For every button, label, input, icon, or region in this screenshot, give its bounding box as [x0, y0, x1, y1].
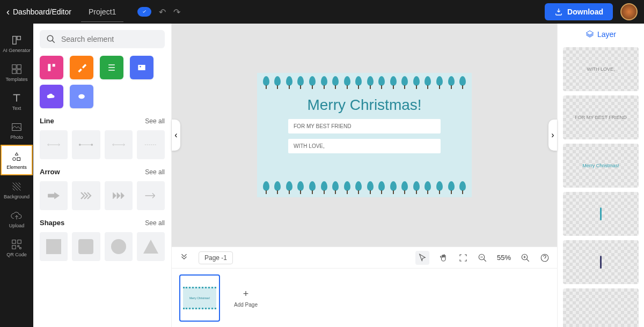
palette-item[interactable]	[40, 85, 63, 108]
svg-rect-10	[18, 240, 21, 243]
layer-item[interactable]: FOR MY BEST FRIEND	[563, 95, 639, 139]
line-thumb[interactable]	[40, 130, 68, 159]
svg-rect-2	[12, 65, 16, 69]
left-nav: AI Generator Templates Text Photo Elemen…	[0, 24, 33, 327]
page-label[interactable]: Page -1	[199, 251, 233, 264]
blob-icon	[76, 91, 87, 102]
shape-triangle[interactable]	[137, 232, 165, 261]
nav-label: Photo	[10, 135, 23, 140]
panel-collapse-left[interactable]: ‹	[172, 120, 180, 151]
palette-item[interactable]	[70, 56, 93, 79]
breadcrumb-dashboard[interactable]: Dashboard	[13, 8, 50, 16]
see-all-arrow[interactable]: See all	[145, 168, 165, 176]
user-avatar[interactable]	[620, 3, 638, 20]
zoom-level[interactable]: 55%	[497, 254, 511, 262]
line-thumb[interactable]	[105, 130, 133, 159]
nav-label: Templates	[5, 77, 27, 83]
line-thumb[interactable]	[137, 130, 165, 159]
redo-icon[interactable]: ↷	[173, 7, 180, 17]
nav-photo[interactable]: Photo	[0, 116, 33, 145]
layer-item[interactable]: Merry Christmas!	[563, 144, 639, 188]
add-page-label: Add Page	[234, 302, 258, 308]
section-title-shapes: Shapes	[40, 219, 64, 227]
cloud-icon	[46, 91, 57, 102]
background-icon	[11, 181, 23, 192]
layer-tab[interactable]: Layer	[558, 24, 644, 45]
canvas-card[interactable]: Merry Christmas! FOR MY BEST FRIEND WITH…	[257, 73, 472, 197]
nav-label: Background	[4, 195, 30, 200]
layer-item[interactable]	[563, 240, 639, 284]
tree-border-top	[257, 74, 472, 91]
nav-qrcode[interactable]: QR Code	[0, 233, 33, 262]
nav-background[interactable]: Background	[0, 175, 33, 204]
shape-square[interactable]	[40, 232, 68, 261]
brush-icon	[76, 62, 87, 73]
card-field-1[interactable]: FOR MY BEST FRIEND	[288, 119, 441, 133]
templates-icon	[11, 63, 23, 75]
download-button[interactable]: Download	[545, 3, 613, 20]
palette-item[interactable]	[70, 85, 93, 108]
sync-status-icon[interactable]	[137, 7, 151, 17]
hand-tool[interactable]	[439, 253, 449, 263]
layer-item[interactable]	[563, 192, 639, 236]
undo-icon[interactable]: ↶	[159, 7, 166, 17]
add-page-button[interactable]: + Add Page	[225, 274, 266, 322]
svg-rect-9	[12, 240, 16, 243]
canvas-toolbar: Page -1 55%	[172, 247, 557, 268]
see-all-line[interactable]: See all	[145, 117, 165, 125]
svg-point-7	[13, 157, 16, 160]
line-thumb[interactable]	[72, 130, 100, 159]
card-title[interactable]: Merry Christmas!	[257, 96, 472, 114]
nav-upload[interactable]: Upload	[0, 204, 33, 233]
nav-elements[interactable]: Elements	[1, 145, 33, 176]
ai-icon	[11, 34, 23, 46]
arrow-thumb[interactable]	[105, 181, 133, 210]
grid-icon	[46, 62, 57, 73]
project-name-input[interactable]: Project1	[81, 6, 123, 22]
nav-ai-generator[interactable]: AI Generator	[0, 29, 33, 58]
image-icon	[136, 62, 147, 73]
shape-rounded-square[interactable]	[72, 232, 100, 261]
card-field-2[interactable]: WITH LOVE,	[288, 139, 441, 153]
shape-circle[interactable]	[105, 232, 133, 261]
svg-rect-11	[12, 246, 16, 249]
layers-panel: Layer WITH LOVE,FOR MY BEST FRIENDMerry …	[557, 24, 644, 327]
fullscreen-icon[interactable]	[458, 253, 468, 263]
upload-icon	[11, 210, 23, 221]
canvas-area: ‹ › Merry Christmas! FOR MY BEST FRIEND …	[172, 24, 557, 327]
palette-item[interactable]	[100, 56, 123, 79]
back-icon[interactable]: ‹	[6, 6, 10, 18]
search-input[interactable]	[61, 35, 158, 43]
plus-icon: +	[243, 288, 249, 300]
pt-title: Merry Christmas!	[189, 296, 210, 300]
nav-text[interactable]: Text	[0, 87, 33, 116]
nav-templates[interactable]: Templates	[0, 58, 33, 87]
photo-icon	[11, 121, 23, 133]
section-title-line: Line	[40, 117, 54, 125]
svg-rect-14	[53, 64, 55, 66]
zoom-in-icon[interactable]	[521, 253, 530, 263]
palette-item[interactable]	[40, 56, 63, 79]
canvas-viewport[interactable]: ‹ › Merry Christmas! FOR MY BEST FRIEND …	[172, 24, 557, 247]
arrow-thumb[interactable]	[72, 181, 100, 210]
help-icon[interactable]	[540, 253, 550, 263]
search-box[interactable]	[40, 30, 165, 48]
svg-rect-1	[17, 36, 20, 40]
svg-rect-8	[17, 157, 20, 160]
zoom-out-icon[interactable]	[478, 253, 487, 263]
section-title-arrow: Arrow	[40, 168, 60, 176]
see-all-shapes[interactable]: See all	[145, 219, 165, 227]
breadcrumb-editor[interactable]: /Editor	[50, 8, 71, 16]
collapse-pages-icon[interactable]	[179, 253, 189, 263]
svg-point-17	[78, 94, 85, 99]
cursor-tool[interactable]	[415, 251, 429, 265]
palette-item[interactable]	[130, 56, 153, 79]
panel-collapse-right[interactable]: ›	[548, 120, 557, 151]
layer-item[interactable]	[563, 288, 639, 327]
layer-item[interactable]: WITH LOVE,	[563, 47, 639, 91]
page-thumbnail[interactable]: Merry Christmas!	[179, 274, 220, 322]
nav-label: Text	[12, 106, 21, 112]
arrow-thumb[interactable]	[137, 181, 165, 210]
svg-rect-4	[12, 70, 16, 73]
arrow-thumb[interactable]	[40, 181, 68, 210]
